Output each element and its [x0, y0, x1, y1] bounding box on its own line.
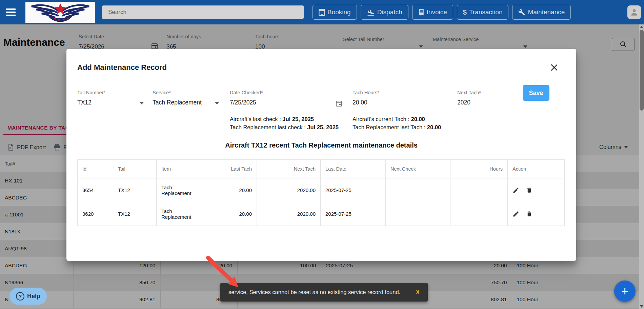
scroll-up-arrow[interactable] [640, 26, 643, 28]
service-select[interactable]: Service* Tach Replacement [153, 90, 220, 111]
maintenance-record-row: 3654 TX12 Tach Replacement 20.00 2020.00… [78, 178, 565, 202]
add-record-fab[interactable]: + [614, 281, 636, 302]
dispatch-label: Dispatch [377, 8, 402, 16]
user-avatar[interactable] [627, 5, 641, 19]
top-navigation-bar: ★ ★ ★ ★ Booking Dispatch Invoice $ Trans… [0, 0, 644, 24]
svg-text:★: ★ [53, 17, 56, 20]
next-tach-field-value: 2020 [457, 99, 514, 106]
delete-icon[interactable] [526, 210, 532, 217]
question-mark-icon: ? [16, 292, 24, 301]
company-logo[interactable]: ★ ★ ★ ★ [25, 2, 95, 23]
col-hours[interactable]: Hours [450, 160, 508, 178]
booking-icon [319, 9, 325, 16]
next-tach-field-label: Next Tach* [457, 90, 514, 95]
tach-hours-field[interactable]: Tach Hours* 20.00 [353, 90, 444, 111]
recent-maintenance-table: Id Tail Item Last Tach Next Tach Last Da… [77, 159, 565, 226]
snackbar-toast: service, Services cannot be reset as no … [220, 283, 428, 302]
toast-close-button[interactable]: X [409, 289, 420, 295]
flight-land-icon [367, 8, 375, 16]
maintenance-label: Maintenance [528, 8, 565, 16]
invoice-label: Invoice [427, 8, 447, 16]
svg-text:★: ★ [66, 17, 69, 20]
wrench-icon [518, 9, 525, 16]
col-id[interactable]: Id [78, 160, 113, 178]
transaction-button[interactable]: $ Transaction [457, 5, 509, 20]
person-icon [630, 8, 639, 17]
col-action: Action [508, 160, 565, 178]
plus-icon: + [621, 284, 628, 298]
col-tail[interactable]: Tail [113, 160, 157, 178]
toast-message: service, Services cannot be reset as no … [228, 289, 400, 295]
tach-hours-field-label: Tach Hours* [353, 90, 444, 95]
edit-icon[interactable] [512, 211, 519, 217]
col-next-tach[interactable]: Next Tach [257, 160, 321, 178]
close-icon[interactable] [550, 63, 559, 72]
date-checked-field-label: Date Checked* [230, 90, 343, 95]
eagle-logo-image: ★ ★ ★ ★ [28, 3, 93, 22]
service-field-label: Service* [153, 90, 220, 95]
add-maintenance-record-dialog: Add Maintenance Record Tail Number* TX12… [66, 49, 576, 261]
aircraft-check-info: Aircraft's last check : Jul 25, 2025 Tac… [230, 115, 339, 131]
tail-number-select[interactable]: Tail Number* TX12 [77, 90, 145, 111]
tach-hours-field-value: 20.00 [353, 99, 444, 106]
search-input[interactable] [102, 5, 304, 19]
menu-icon[interactable] [6, 8, 16, 16]
maintenance-button[interactable]: Maintenance [512, 5, 571, 20]
receipt-icon [418, 9, 424, 16]
svg-text:★: ★ [58, 18, 60, 21]
booking-button[interactable]: Booking [313, 5, 357, 20]
tail-number-field-label: Tail Number* [77, 90, 145, 95]
help-label: Help [27, 293, 40, 300]
maintenance-record-row: 3620 TX12 Tach Replacement 20.00 2020.00… [78, 202, 565, 226]
next-tach-field[interactable]: Next Tach* 2020 [457, 90, 514, 111]
delete-icon[interactable] [526, 187, 532, 194]
scrollbar-thumb[interactable] [640, 30, 644, 111]
calendar-icon[interactable] [336, 100, 342, 107]
chevron-down-icon [215, 102, 219, 104]
col-item[interactable]: Item [157, 160, 199, 178]
date-checked-field[interactable]: Date Checked* 7/25/2025 [230, 90, 343, 111]
dispatch-button[interactable]: Dispatch [361, 5, 408, 20]
service-field-value: Tach Replacement [153, 99, 220, 106]
svg-text:★: ★ [62, 18, 65, 21]
edit-icon[interactable] [512, 187, 519, 194]
vertical-scrollbar[interactable] [639, 24, 644, 309]
help-button[interactable]: ? Help [9, 288, 47, 305]
dollar-icon: $ [463, 8, 467, 16]
chevron-down-icon [140, 102, 144, 104]
recent-maintenance-heading: Aircraft TX12 recent Tach Replacement ma… [66, 141, 576, 149]
col-last-date[interactable]: Last Date [321, 160, 386, 178]
nav-buttons: Booking Dispatch Invoice $ Transaction M… [313, 5, 571, 20]
table-header-row: Id Tail Item Last Tach Next Tach Last Da… [78, 160, 565, 178]
scroll-down-arrow[interactable] [640, 305, 643, 308]
date-checked-field-value: 7/25/2025 [230, 99, 343, 106]
tail-number-field-value: TX12 [77, 99, 145, 106]
booking-label: Booking [327, 8, 351, 16]
col-next-check[interactable]: Next Check [386, 160, 450, 178]
transaction-label: Transaction [469, 8, 503, 16]
col-last-tach[interactable]: Last Tach [199, 160, 257, 178]
dialog-title: Add Maintenance Record [77, 63, 167, 72]
save-button[interactable]: Save [523, 85, 549, 101]
aircraft-tach-info: Aircraft's current Tach : 20.00 Tach Rep… [353, 115, 441, 131]
invoice-button[interactable]: Invoice [412, 5, 453, 20]
